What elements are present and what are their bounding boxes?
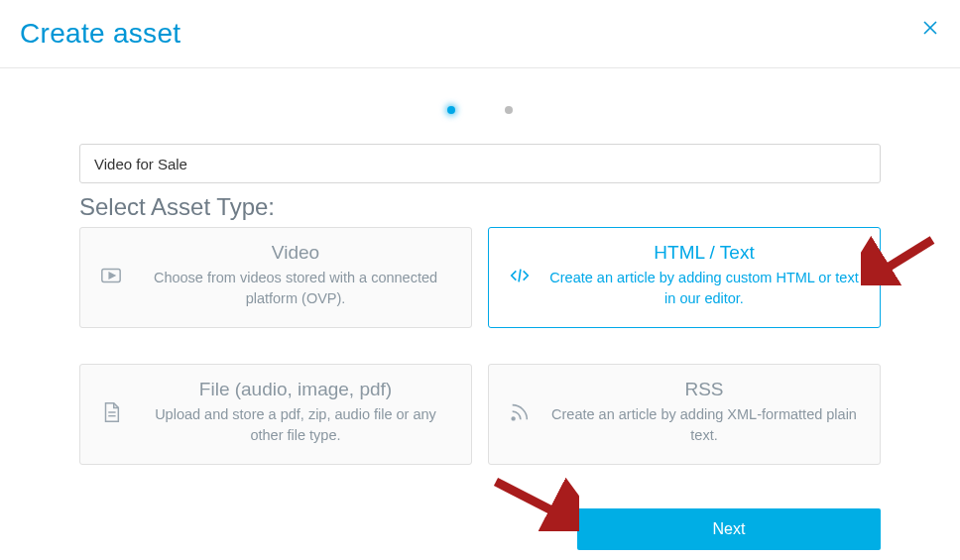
type-card-html[interactable]: HTML / Text Create an article by adding … (488, 227, 881, 328)
svg-point-7 (512, 417, 515, 420)
svg-marker-3 (109, 273, 115, 279)
svg-line-9 (875, 240, 932, 276)
rss-icon (507, 401, 533, 423)
type-card-video[interactable]: Video Choose from videos stored with a c… (79, 227, 472, 328)
asset-name-input[interactable] (79, 144, 881, 183)
type-desc: Upload and store a pdf, zip, audio file … (138, 404, 453, 446)
step-dot-2 (505, 106, 513, 114)
modal-footer: Next (79, 465, 881, 550)
type-card-rss[interactable]: RSS Create an article by adding XML-form… (488, 364, 881, 465)
modal-header: Create asset (0, 0, 960, 68)
type-text: Video Choose from videos stored with a c… (138, 242, 453, 309)
type-desc: Create an article by adding XML-formatte… (546, 404, 862, 446)
svg-line-4 (519, 270, 521, 282)
type-desc: Choose from videos stored with a connect… (138, 268, 453, 309)
type-text: HTML / Text Create an article by adding … (546, 242, 862, 309)
next-button[interactable]: Next (577, 508, 881, 550)
type-text: RSS Create an article by adding XML-form… (546, 379, 862, 446)
type-title: File (audio, image, pdf) (138, 379, 453, 400)
type-title: Video (138, 242, 453, 264)
type-title: HTML / Text (546, 242, 862, 264)
step-dot-1 (447, 106, 455, 114)
type-title: RSS (546, 379, 862, 400)
stepper (0, 68, 960, 144)
asset-type-grid: Video Choose from videos stored with a c… (79, 227, 881, 465)
close-icon[interactable] (920, 18, 940, 38)
main-form: Select Asset Type: Video Choose from vid… (79, 144, 881, 465)
play-video-icon (98, 265, 124, 286)
section-label: Select Asset Type: (79, 193, 881, 221)
type-card-file[interactable]: File (audio, image, pdf) Upload and stor… (79, 364, 472, 465)
file-icon (98, 401, 124, 423)
code-icon (507, 265, 533, 286)
type-text: File (audio, image, pdf) Upload and stor… (138, 379, 453, 446)
modal-title: Create asset (20, 18, 180, 50)
type-desc: Create an article by adding custom HTML … (546, 268, 862, 309)
